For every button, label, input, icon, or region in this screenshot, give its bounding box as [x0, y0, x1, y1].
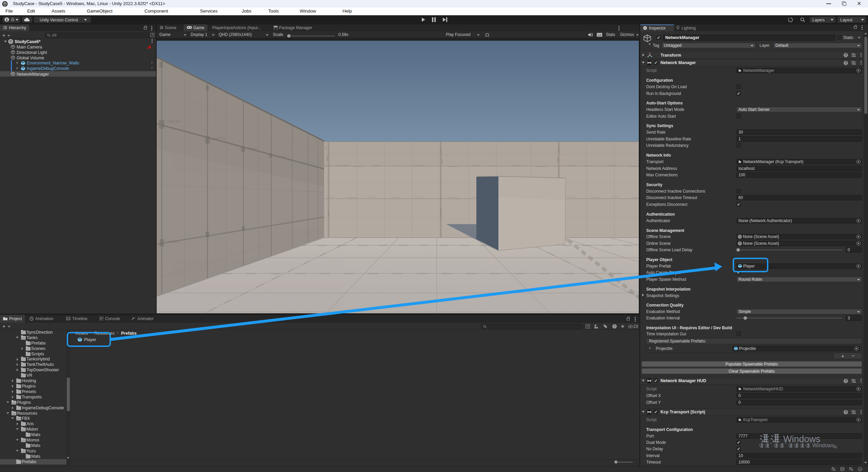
- svg-text:1METER: 1METER: [275, 155, 285, 158]
- svg-text:1METER: 1METER: [248, 148, 259, 151]
- svg-text:1METER: 1METER: [167, 120, 180, 124]
- svg-text:”: ”: [785, 442, 786, 447]
- svg-text:1METER: 1METER: [213, 137, 225, 141]
- svg-text:Windows: Windows: [812, 442, 834, 448]
- svg-text:1METER: 1METER: [167, 240, 179, 244]
- svg-text:“: “: [770, 442, 772, 447]
